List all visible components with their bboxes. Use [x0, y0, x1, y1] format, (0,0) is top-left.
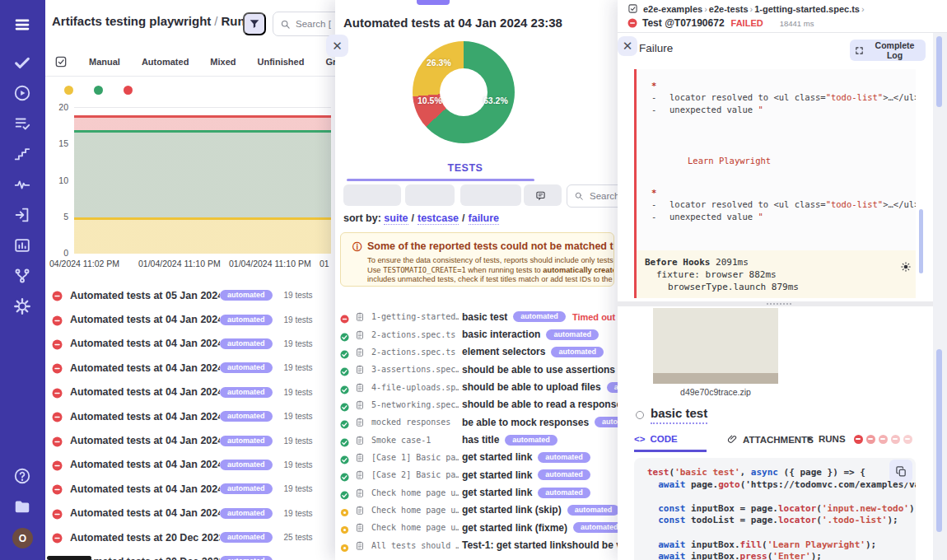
suite-name: 3-assertions.spec… [371, 365, 459, 374]
run-list-item[interactable]: Automated tests at 04 Jan 2024 23:38 aut… [45, 356, 338, 380]
run-dot[interactable] [903, 435, 912, 444]
test-list-item[interactable]: [Case 2] Basic pa… get started link auto… [335, 466, 618, 483]
run-dot[interactable] [891, 435, 900, 444]
run-status-dots [854, 435, 912, 444]
filter-passed-button[interactable] [343, 184, 401, 206]
sidebar-steps-button[interactable] [11, 142, 34, 166]
test-list-item[interactable]: Check home page u… get started link (fix… [335, 519, 618, 536]
run-title: Automated tests at 04 Jan 2024 23:02 [70, 507, 220, 519]
test-list-item[interactable]: 2-actions.spec.ts basic interaction auto… [335, 325, 618, 343]
filter-button[interactable] [243, 12, 266, 35]
run-list-item[interactable]: Automated tests at 04 Jan 2024 23:49 aut… [45, 332, 338, 356]
sidebar-help-button[interactable] [11, 464, 34, 488]
sidebar-settings-button[interactable] [11, 295, 34, 318]
legend-passed[interactable] [94, 82, 107, 97]
run-dot[interactable] [879, 435, 888, 444]
test-name[interactable]: basic test [651, 406, 707, 424]
run-dot[interactable] [854, 435, 863, 444]
sidebar-branches-button[interactable] [11, 264, 34, 287]
legend-skipped[interactable] [64, 82, 77, 97]
funnel-icon [249, 18, 260, 30]
tab-automated[interactable]: Automated [142, 57, 189, 67]
sidebar-runs-play-button[interactable] [11, 82, 34, 105]
close-run-detail-button[interactable]: ✕ [326, 35, 348, 57]
multi-select-icon [54, 55, 68, 68]
trace-thumbnail[interactable] [653, 308, 778, 384]
run-list-item[interactable]: Automated tests at 04 Jan 2024 23:02 aut… [45, 502, 338, 525]
test-list-item[interactable]: 5-networking.spec… should be able to rea… [335, 396, 618, 413]
avatar[interactable]: O [12, 528, 33, 548]
test-title: basic test [462, 311, 507, 323]
sidebar-analytics-button[interactable] [11, 234, 34, 257]
close-test-detail-button[interactable]: ✕ [618, 36, 637, 56]
scrollbar-thumb[interactable] [936, 36, 942, 107]
test-code-block[interactable]: test('basic test', async ({ page }) => {… [634, 458, 916, 560]
test-list-item[interactable]: 3-assertions.spec… should be able to use… [335, 361, 618, 378]
clipboard-icon [355, 469, 365, 480]
sidebar-tasks-button[interactable] [11, 51, 34, 74]
tab-code[interactable]: <> CODE [634, 434, 678, 444]
sidebar-projects-button[interactable] [11, 495, 34, 518]
code-line [647, 527, 909, 539]
filter-failed-button[interactable] [405, 184, 455, 206]
sort-by-failure[interactable]: failure [469, 212, 500, 225]
run-list-item[interactable]: Automated tests at 04 Jan 2024 23:09 aut… [45, 477, 338, 501]
run-list-item[interactable]: Automated tests at 05 Jan 2024 00:34 aut… [45, 283, 338, 307]
comments-filter-button[interactable] [524, 184, 562, 206]
failure-log[interactable]: *-locator resolved to <ul class="todo-li… [634, 69, 916, 250]
tests-count: 19 tests [284, 412, 313, 421]
run-list-item[interactable]: Automated tests at 20 Dec 2023 07:16 aut… [45, 525, 338, 549]
test-list-item[interactable]: Check home page u… get started link (ski… [335, 502, 618, 519]
tab-unfinished[interactable]: Unfinished [258, 57, 305, 67]
theme-sun-icon[interactable] [900, 261, 912, 275]
run-dot[interactable] [866, 435, 875, 444]
scrollbar-thumb[interactable] [936, 349, 942, 532]
passed-icon [340, 470, 349, 479]
tab-attachments[interactable]: ATTACHMENTS [727, 434, 814, 445]
run-list-item[interactable]: Automated tests at 04 Jan 2024 23:50 aut… [45, 307, 338, 331]
sidebar-menu-button[interactable] [11, 13, 34, 36]
test-list-item[interactable]: Smoke case-1 has title automated [335, 431, 618, 448]
filter-skipped-button[interactable] [460, 184, 521, 206]
y-tick-label: 20 [45, 102, 68, 112]
test-list-item[interactable]: All tests should … Test-1: get started l… [335, 536, 618, 553]
tab-tests[interactable]: TESTS [335, 162, 595, 174]
sort-by-suite[interactable]: suite [384, 212, 408, 225]
test-title: be able to mock responses [462, 417, 589, 428]
test-list-item[interactable]: [Case 1] Basic pa… get started link auto… [335, 449, 618, 466]
sidebar-checklist-button[interactable] [11, 112, 34, 135]
resize-handle[interactable] [618, 301, 940, 306]
test-list-item[interactable]: mocked responses be able to mock respons… [335, 413, 618, 431]
tests-search-input[interactable]: Search [567, 184, 618, 208]
skipped-icon [340, 523, 349, 532]
test-list-item[interactable]: Check home page u… get started link auto… [335, 483, 618, 501]
code-line: await inputBox.fill('Learn Playwright'); [647, 539, 909, 552]
tab-manual[interactable]: Manual [89, 57, 120, 67]
test-name-row: basic test [636, 406, 707, 424]
sidebar-import-button[interactable] [11, 203, 34, 226]
sidebar-pulse-button[interactable] [11, 173, 34, 196]
test-breadcrumb[interactable]: e2e-examples›e2e-tests›1-getting-started… [643, 4, 866, 14]
test-list-item[interactable]: 2-actions.spec.ts element selectors auto… [335, 343, 618, 361]
tab-runs[interactable]: RUNS [805, 434, 912, 444]
runs-search-input[interactable]: Search [ [273, 12, 338, 36]
legend-failed[interactable] [124, 82, 137, 97]
log-scrollbar-thumb[interactable] [919, 209, 923, 273]
run-list-item[interactable]: Automated tests at 04 Jan 2024 23:35 aut… [45, 380, 338, 404]
run-list-item[interactable]: Automated tests at 04 Jan 2024 23:34 aut… [45, 404, 338, 428]
run-list-item[interactable]: Automated tests at 04 Jan 2024 23:18 aut… [45, 428, 338, 452]
run-detail-panel: Automated tests at 04 Jan 2024 23:38 63.… [335, 0, 618, 560]
test-list-item[interactable]: 1-getting-started… basic test automated … [335, 308, 618, 325]
automated-badge: automated [220, 460, 273, 470]
test-list-item[interactable]: 4-file-uploads.sp… should be able to upl… [335, 378, 618, 395]
project-title[interactable]: Artifacts testing playwright [52, 14, 211, 28]
horizontal-scrollbar[interactable] [47, 556, 91, 560]
run-list-item[interactable]: Automated tests at 04 Jan 2024 23:10 aut… [45, 453, 338, 477]
complete-log-button[interactable]: Complete Log [850, 40, 926, 61]
sort-by-testcase[interactable]: testcase [418, 212, 459, 225]
runs-list: Automated tests at 05 Jan 2024 00:34 aut… [45, 283, 338, 560]
test-title: get started link [462, 451, 532, 463]
copy-code-button[interactable] [889, 460, 912, 483]
projects-icon [13, 497, 31, 516]
tab-mixed[interactable]: Mixed [210, 57, 236, 67]
